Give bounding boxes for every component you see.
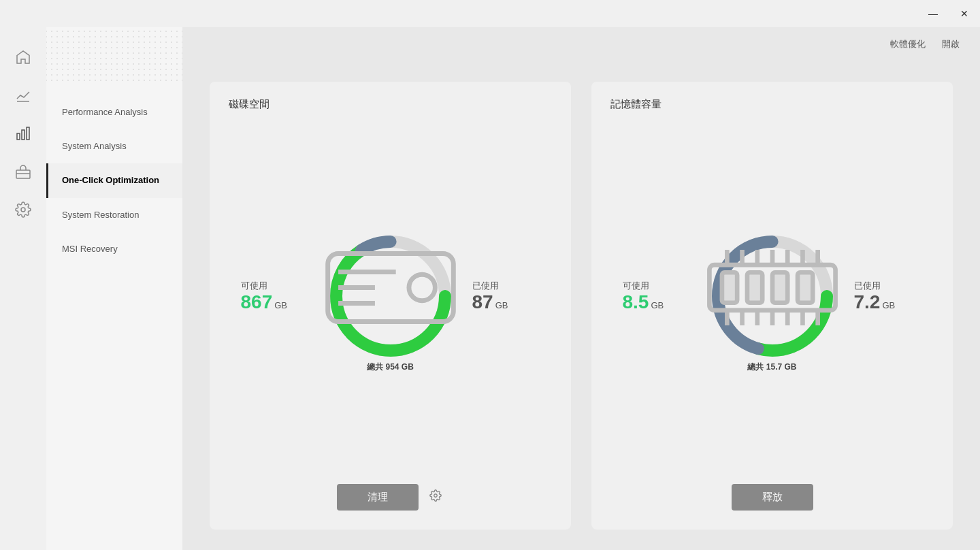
memory-gauge-area: 可使用 8.5 GB	[610, 125, 934, 468]
disk-used-label: 已使用 87 GB	[472, 280, 540, 313]
nav-item-msi-recovery[interactable]: MSI Recovery	[46, 232, 182, 266]
disk-donut: 總共 954 GB	[323, 228, 459, 364]
disk-card-title: 磁碟空間	[229, 98, 552, 111]
memory-donut-center: 總共 15.7 GB	[704, 220, 840, 373]
disk-total-label: 總共	[367, 362, 383, 372]
svg-rect-41	[798, 272, 813, 302]
svg-rect-3	[27, 127, 29, 140]
memory-total: 總共 15.7 GB	[704, 361, 840, 373]
disk-available-unit: GB	[274, 300, 287, 310]
memory-donut: 總共 15.7 GB	[704, 228, 840, 364]
memory-available-value: 8.5	[623, 292, 649, 313]
nav-icon-chart[interactable]	[7, 79, 39, 112]
nav-item-system-analysis[interactable]: System Analysis	[46, 129, 182, 163]
disk-available-text: 可使用	[241, 280, 267, 292]
svg-rect-40	[772, 272, 787, 302]
disk-total-value: 954	[385, 362, 399, 372]
memory-available-text: 可使用	[623, 280, 649, 292]
window-controls: — ✕	[917, 0, 980, 27]
svg-rect-39	[747, 272, 762, 302]
memory-release-button[interactable]: 釋放	[732, 484, 813, 511]
nav-panel: Performance Analysis System Analysis One…	[46, 27, 182, 550]
memory-card-title: 記憶體容量	[610, 98, 934, 111]
sidebar-icon-strip	[0, 27, 46, 550]
top-nav-software-optimization[interactable]: 軟體優化	[890, 38, 926, 50]
hdd-icon	[323, 220, 459, 356]
disk-used-unit: GB	[495, 300, 508, 310]
close-button[interactable]: ✕	[949, 0, 980, 27]
memory-used-unit: GB	[882, 300, 895, 310]
disk-clean-button[interactable]: 清理	[337, 484, 419, 511]
disk-used-value: 87	[472, 292, 493, 313]
memory-gauge-wrapper: 可使用 8.5 GB	[610, 228, 934, 364]
svg-rect-4	[16, 170, 30, 178]
disk-card-footer: 清理	[229, 484, 552, 511]
nav-icon-bar[interactable]	[7, 117, 39, 150]
svg-point-15	[408, 274, 434, 300]
disk-total-unit: GB	[402, 362, 414, 372]
main-content: 磁碟空間 可使用 867 GB	[182, 61, 980, 550]
memory-total-value: 15.7	[766, 362, 782, 372]
nav-icon-gear[interactable]	[7, 193, 39, 226]
disk-gauge-area: 可使用 867 GB	[229, 125, 552, 468]
memory-available-unit: GB	[651, 300, 664, 310]
top-nav-open[interactable]: 開啟	[942, 38, 960, 50]
memory-card-footer: 釋放	[610, 484, 934, 511]
nav-item-system-restoration[interactable]: System Restoration	[46, 198, 182, 232]
svg-point-19	[434, 494, 437, 498]
memory-available-label: 可使用 8.5 GB	[623, 280, 691, 313]
svg-point-6	[21, 208, 25, 212]
nav-icon-home[interactable]	[7, 41, 39, 74]
top-right-nav: 軟體優化 開啟	[890, 27, 980, 61]
memory-total-label: 總共	[747, 362, 764, 372]
memory-used-text: 已使用	[854, 280, 881, 292]
disk-card: 磁碟空間 可使用 867 GB	[210, 82, 571, 530]
memory-total-unit: GB	[785, 362, 797, 372]
disk-gauge-wrapper: 可使用 867 GB	[229, 228, 552, 364]
ram-icon	[704, 220, 840, 356]
memory-used-value: 7.2	[854, 292, 881, 313]
svg-rect-1	[17, 133, 20, 140]
disk-used-text: 已使用	[472, 280, 499, 292]
memory-card: 記憶體容量 可使用 8.5 GB	[591, 82, 953, 530]
disk-available-label: 可使用 867 GB	[241, 280, 309, 313]
nav-item-performance[interactable]: Performance Analysis	[46, 95, 182, 129]
memory-used-label: 已使用 7.2 GB	[854, 280, 922, 313]
svg-rect-38	[721, 272, 736, 302]
disk-total: 總共 954 GB	[323, 361, 459, 373]
disk-available-value: 867	[241, 292, 273, 313]
title-bar: — ✕	[0, 0, 980, 27]
minimize-button[interactable]: —	[917, 0, 949, 27]
disk-gear-button[interactable]	[427, 487, 444, 508]
svg-rect-2	[22, 130, 24, 140]
nav-item-one-click[interactable]: One-Click Optimization	[46, 163, 182, 197]
nav-icon-toolbox[interactable]	[7, 155, 39, 188]
disk-donut-center: 總共 954 GB	[323, 220, 459, 373]
disk-gear-icon	[429, 489, 442, 502]
